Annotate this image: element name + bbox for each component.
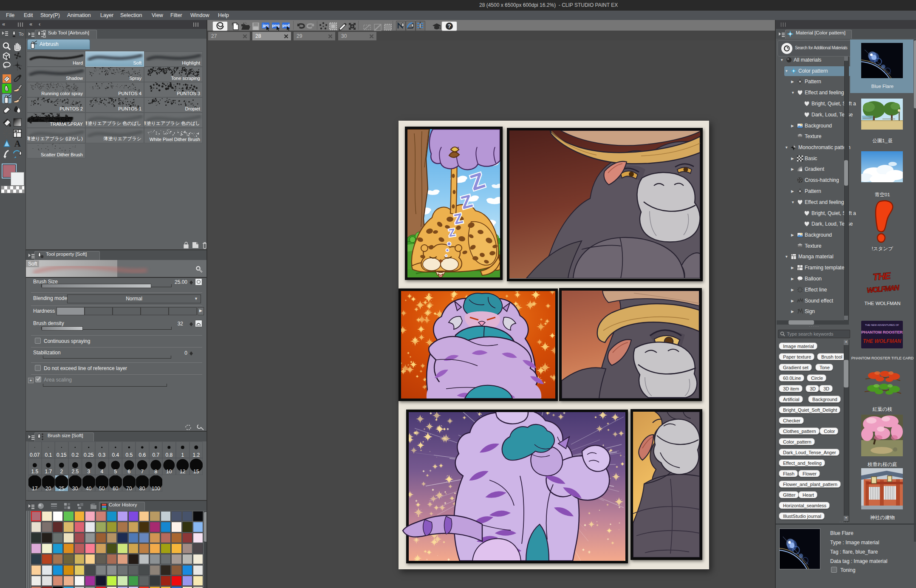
svg-text:THE NEW ADVENTURES OF: THE NEW ADVENTURES OF [865,324,899,326]
svg-text:80: 80 [139,486,145,491]
svg-text:2.5: 2.5 [71,469,79,474]
svg-text:1.5: 1.5 [31,469,38,474]
svg-text:1.7: 1.7 [45,469,52,474]
svg-text:2: 2 [60,469,63,474]
svg-text:7: 7 [141,469,144,474]
svg-text:PHANTOM ROOSTER: PHANTOM ROOSTER [861,330,903,334]
svg-text:17: 17 [32,486,38,491]
svg-text:0.25: 0.25 [84,452,94,458]
svg-text:0.07: 0.07 [30,452,40,458]
svg-text:WOLFMAN: WOLFMAN [866,283,900,294]
svg-text:?: ? [448,23,451,29]
svg-text:60: 60 [113,486,119,491]
svg-text:6: 6 [127,469,130,474]
svg-text:To: To [19,31,24,37]
svg-text:30: 30 [72,486,78,491]
svg-text:0.8: 0.8 [166,452,173,458]
svg-text:0.3: 0.3 [99,452,106,458]
svg-text:0.7: 0.7 [152,452,159,458]
svg-text:8: 8 [154,469,157,474]
svg-text:A: A [14,139,21,149]
svg-text:100: 100 [152,486,160,491]
svg-text:50: 50 [99,486,105,491]
svg-text:40: 40 [86,486,92,491]
svg-text:0.6: 0.6 [139,452,146,458]
svg-text:1: 1 [181,452,184,458]
svg-text:10: 10 [167,469,172,474]
svg-text:0.5: 0.5 [125,452,133,458]
svg-text:15: 15 [193,469,199,474]
svg-text:25: 25 [59,486,65,491]
svg-text:4: 4 [101,469,104,474]
svg-text:0.1: 0.1 [45,452,52,458]
svg-text:12: 12 [180,469,186,474]
svg-text:0.15: 0.15 [57,452,67,458]
svg-text:20: 20 [45,486,51,491]
svg-text:1.2: 1.2 [192,452,200,458]
svg-text:THE WOLFMAN: THE WOLFMAN [863,338,901,344]
svg-text:0.4: 0.4 [112,452,119,458]
svg-text:THE: THE [872,270,891,283]
svg-text:5: 5 [114,469,117,474]
svg-text:70: 70 [126,486,132,491]
svg-text:0.2: 0.2 [71,452,79,458]
svg-text:3: 3 [87,469,90,474]
